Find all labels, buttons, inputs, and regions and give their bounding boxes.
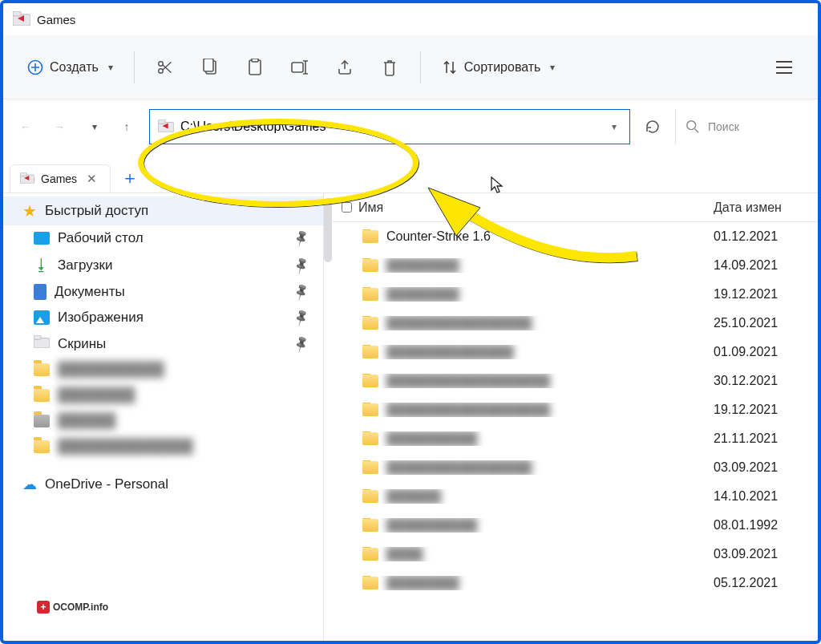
sidebar-quick-access[interactable]: ★ Быстрый доступ bbox=[3, 196, 323, 225]
folder-icon bbox=[13, 11, 30, 28]
file-row[interactable]: Counter-Strike 1.601.12.2021 bbox=[332, 222, 818, 251]
download-icon: ⭳ bbox=[34, 256, 50, 274]
cut-button[interactable] bbox=[146, 48, 184, 87]
chevron-down-icon: ▾ bbox=[108, 62, 113, 73]
folder-icon bbox=[362, 577, 378, 589]
file-name: ██████████ bbox=[386, 431, 477, 446]
select-all-checkbox[interactable] bbox=[342, 202, 352, 213]
tabs-row: Games ✕ ＋ bbox=[3, 154, 818, 192]
file-name: ██████████████ bbox=[386, 345, 514, 359]
svg-rect-7 bbox=[204, 59, 213, 71]
desktop-icon bbox=[34, 232, 50, 245]
file-row[interactable]: ████████14.09.2021 bbox=[332, 251, 818, 280]
share-icon bbox=[336, 59, 354, 75]
sidebar-item-label: Рабочий стол bbox=[58, 230, 144, 246]
trash-icon bbox=[382, 59, 398, 76]
forward-button[interactable]: → bbox=[45, 112, 74, 141]
sidebar-item-blurred[interactable]: ██████ bbox=[3, 408, 323, 434]
sidebar-item-downloads[interactable]: ⭳ Загрузки bbox=[3, 251, 323, 279]
file-row[interactable]: ██████████08.01.1992 bbox=[332, 511, 818, 540]
file-name: ████████ bbox=[386, 287, 459, 302]
folder-icon bbox=[34, 415, 50, 427]
file-row[interactable]: ████03.09.2021 bbox=[332, 540, 818, 569]
copy-button[interactable] bbox=[191, 48, 229, 87]
sidebar-item-documents[interactable]: Документы bbox=[3, 279, 323, 305]
tab-games[interactable]: Games ✕ bbox=[10, 164, 111, 192]
new-button[interactable]: Создать ▾ bbox=[18, 53, 123, 82]
search-placeholder: Поиск bbox=[708, 120, 739, 133]
paste-button[interactable] bbox=[236, 48, 274, 87]
view-menu-button[interactable] bbox=[765, 48, 803, 87]
file-date: 21.11.2021 bbox=[714, 431, 818, 446]
folder-icon bbox=[362, 403, 378, 416]
folder-icon bbox=[362, 259, 378, 272]
svg-rect-16 bbox=[20, 172, 26, 176]
sidebar-item-desktop[interactable]: Рабочий стол bbox=[3, 225, 323, 251]
sidebar-item-onedrive[interactable]: ☁ OneDrive - Personal bbox=[3, 471, 323, 498]
file-name: ██████████████████ bbox=[386, 374, 550, 388]
delete-button[interactable] bbox=[370, 48, 409, 87]
plus-icon: ＋ bbox=[121, 166, 139, 190]
sidebar-item-screenshots[interactable]: Скрины bbox=[3, 330, 323, 357]
refresh-icon bbox=[645, 119, 661, 135]
file-name: ████████████████ bbox=[386, 460, 532, 475]
tab-label: Games bbox=[41, 172, 77, 185]
file-row[interactable]: ████████████████03.09.2021 bbox=[332, 453, 818, 482]
svg-rect-1 bbox=[13, 11, 21, 16]
file-row[interactable]: ██████████████01.09.2021 bbox=[332, 338, 818, 367]
file-row[interactable]: ██████████21.11.2021 bbox=[332, 424, 818, 453]
search-box[interactable]: Поиск bbox=[675, 109, 787, 144]
rename-button[interactable] bbox=[281, 48, 319, 87]
file-date: 03.09.2021 bbox=[714, 547, 818, 561]
sort-button-label: Сортировать bbox=[464, 60, 541, 75]
sort-button[interactable]: Сортировать ▾ bbox=[432, 53, 565, 82]
sidebar-item-blurred[interactable]: ████████ bbox=[3, 383, 323, 408]
column-headers[interactable]: Имя Дата измен bbox=[332, 193, 818, 222]
file-row[interactable]: ████████████████25.10.2021 bbox=[332, 309, 818, 338]
file-date: 19.12.2021 bbox=[714, 403, 818, 417]
star-icon: ★ bbox=[22, 201, 37, 221]
folder-icon bbox=[362, 346, 378, 358]
svg-point-14 bbox=[687, 121, 696, 130]
new-button-label: Создать bbox=[50, 60, 99, 75]
file-row[interactable]: ██████████████████19.12.2021 bbox=[332, 395, 818, 424]
sidebar[interactable]: ★ Быстрый доступ Рабочий стол ⭳ Загрузки… bbox=[3, 193, 324, 641]
file-row[interactable]: ████████05.12.2021 bbox=[332, 569, 818, 597]
share-button[interactable] bbox=[326, 48, 364, 87]
file-date: 14.10.2021 bbox=[714, 489, 818, 504]
svg-rect-12 bbox=[158, 119, 165, 124]
folder-icon bbox=[362, 548, 378, 561]
folder-icon bbox=[362, 490, 378, 503]
file-name: ████████ bbox=[386, 576, 459, 590]
chevron-down-icon: ▾ bbox=[92, 121, 97, 132]
add-tab-button[interactable]: ＋ bbox=[115, 164, 144, 192]
scrollbar[interactable] bbox=[324, 198, 332, 262]
document-icon bbox=[34, 284, 47, 300]
sidebar-item-label: Изображения bbox=[58, 310, 144, 326]
file-date: 01.12.2021 bbox=[714, 229, 818, 244]
sidebar-item-blurred[interactable]: ███████████ bbox=[3, 357, 323, 383]
address-bar[interactable]: ▾ bbox=[149, 109, 630, 144]
file-date: 19.12.2021 bbox=[714, 287, 818, 302]
address-dropdown-button[interactable]: ▾ bbox=[607, 121, 621, 132]
folder-icon bbox=[34, 440, 50, 453]
back-button[interactable]: ← bbox=[11, 112, 40, 141]
address-input[interactable] bbox=[180, 119, 607, 134]
scissors-icon bbox=[156, 59, 174, 76]
rename-icon bbox=[291, 59, 309, 75]
sidebar-item-pictures[interactable]: Изображения bbox=[3, 305, 323, 330]
navigation-row: ← → ▾ ↑ ▾ Поиск bbox=[3, 99, 818, 154]
up-button[interactable]: ↑ bbox=[112, 112, 141, 141]
recent-locations-button[interactable]: ▾ bbox=[79, 112, 107, 141]
refresh-button[interactable] bbox=[635, 109, 670, 144]
folder-icon bbox=[20, 172, 34, 186]
sidebar-item-blurred[interactable]: ██████████████ bbox=[3, 434, 323, 460]
file-row[interactable]: ██████14.10.2021 bbox=[332, 482, 818, 511]
close-tab-button[interactable]: ✕ bbox=[83, 172, 100, 186]
clipboard-icon bbox=[247, 59, 263, 76]
folder-icon bbox=[362, 230, 378, 243]
file-row[interactable]: ██████████████████30.12.2021 bbox=[332, 367, 818, 395]
file-row[interactable]: ████████19.12.2021 bbox=[332, 280, 818, 309]
titlebar: Games bbox=[3, 3, 818, 35]
file-date: 05.12.2021 bbox=[714, 576, 818, 590]
